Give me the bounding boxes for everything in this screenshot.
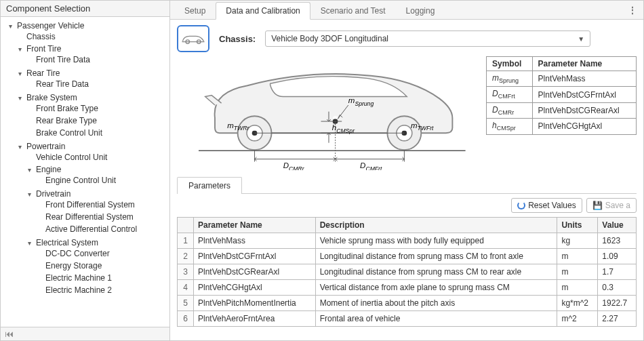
tree-node-engine-control-unit[interactable]: Engine Control Unit <box>37 174 169 186</box>
save-button[interactable]: 💾 Save a <box>586 198 637 213</box>
tree-node-dcdc[interactable]: DC-DC Converter <box>37 247 169 260</box>
tab-scenario-test[interactable]: Scenario and Test <box>310 2 396 19</box>
chassis-thumbnail-icon[interactable] <box>177 25 209 52</box>
tab-setup[interactable]: Setup <box>174 2 216 19</box>
col-description: Description <box>315 218 557 233</box>
dropdown-arrow-icon: ▼ <box>578 35 584 43</box>
tree-node-drivetrain[interactable]: ▾Drivetrain Front Differential System Re… <box>28 188 169 237</box>
tree-node-brake-control-unit[interactable]: Brake Control Unit <box>28 127 169 139</box>
reset-values-button[interactable]: Reset Values <box>511 198 582 213</box>
table-row[interactable]: 2PlntVehDstCGFrntAxlLongitudinal distanc… <box>178 249 637 264</box>
caret-down-icon[interactable]: ▾ <box>18 45 25 53</box>
tree-node-vehicle-control-unit[interactable]: Vehicle Control Unit <box>28 151 169 163</box>
tree-node-engine[interactable]: ▾Engine Engine Control Unit <box>28 163 169 188</box>
tree-node-front-diff[interactable]: Front Differential System <box>37 199 169 211</box>
legend-row: DCMRrPlntVehDstCGRearAxl <box>487 102 637 118</box>
more-options-icon[interactable]: ⋮ <box>622 5 643 15</box>
caret-down-icon[interactable]: ▾ <box>28 190 35 198</box>
col-value: Value <box>598 218 637 233</box>
caret-down-icon[interactable]: ▾ <box>28 239 35 247</box>
goto-start-icon[interactable]: ⏮ <box>5 329 14 339</box>
tree-node-powertrain[interactable]: ▾Powertrain Vehicle Control Unit ▾Engine… <box>18 140 169 299</box>
chassis-label: Chassis: <box>219 34 256 44</box>
tab-data-calibration[interactable]: Data and Calibration <box>216 2 310 20</box>
sidebar-title: Component Selection <box>1 1 169 17</box>
tree-node-em1[interactable]: Electric Machine 1 <box>37 272 169 284</box>
table-row[interactable]: 4PlntVehCGHgtAxlVertical distance from a… <box>178 280 637 296</box>
table-row[interactable]: 3PlntVehDstCGRearAxlLongitudinal distanc… <box>178 264 637 280</box>
refresh-icon <box>517 201 525 209</box>
chassis-dropdown[interactable]: Vehicle Body 3DOF Longitudinal ▼ <box>265 31 590 47</box>
tree-node-rear-brake-type[interactable]: Rear Brake Type <box>28 115 169 127</box>
legend-row: hCMSprPlntVehCGHgtAxl <box>487 119 637 134</box>
legend-row: DCMFrtPlntVehDstCGFrntAxl <box>487 87 637 102</box>
svg-text:DCMFrt: DCMFrt <box>360 161 382 170</box>
tree-node-chassis[interactable]: Chassis <box>18 31 169 43</box>
legend-header-symbol: Symbol <box>487 57 533 71</box>
component-selection-sidebar: Component Selection ▾Passenger Vehicle C… <box>1 1 170 340</box>
legend-header-param: Parameter Name <box>532 57 636 71</box>
caret-down-icon[interactable]: ▾ <box>18 70 25 77</box>
tree-node-em2[interactable]: Electric Machine 2 <box>37 284 169 296</box>
table-row[interactable]: 1PlntVehMassVehicle sprung mass with bod… <box>178 233 637 249</box>
tree-footer: ⏮ <box>1 327 169 340</box>
chassis-diagram: mSprung mTWRr mTWFrt hCMSpr DCMRr DCMFrt <box>177 56 481 172</box>
legend-row: mSprungPlntVehMass <box>487 71 637 87</box>
col-parameter-name: Parameter Name <box>194 218 316 233</box>
component-tree[interactable]: ▾Passenger Vehicle Chassis ▾Front Tire F… <box>1 17 169 327</box>
table-row[interactable]: 5PlntVehPitchMomentInertiaMoment of iner… <box>178 296 637 311</box>
symbol-legend-table: Symbol Parameter Name mSprungPlntVehMass… <box>486 56 637 135</box>
tree-node-electrical-system[interactable]: ▾Electrical System DC-DC Converter Energ… <box>28 237 169 298</box>
tree-node-front-tire-data[interactable]: Front Tire Data <box>28 54 169 66</box>
tree-node-front-brake-type[interactable]: Front Brake Type <box>28 102 169 115</box>
tree-node-energy-storage[interactable]: Energy Storage <box>37 260 169 272</box>
tree-node-active-diff[interactable]: Active Differential Control <box>37 223 169 235</box>
tab-parameters[interactable]: Parameters <box>177 177 242 194</box>
caret-down-icon[interactable]: ▾ <box>18 94 25 102</box>
tree-node-rear-tire[interactable]: ▾Rear Tire Rear Tire Data <box>18 67 169 92</box>
main-tabs: Setup Data and Calibration Scenario and … <box>170 1 643 20</box>
caret-down-icon[interactable]: ▾ <box>9 22 16 30</box>
tree-node-rear-tire-data[interactable]: Rear Tire Data <box>28 78 169 90</box>
caret-down-icon[interactable]: ▾ <box>18 143 25 151</box>
caret-down-icon[interactable]: ▾ <box>28 166 35 174</box>
tree-node-front-tire[interactable]: ▾Front Tire Front Tire Data <box>18 43 169 67</box>
save-icon: 💾 <box>592 201 603 210</box>
tree-node-passenger-vehicle[interactable]: ▾Passenger Vehicle Chassis ▾Front Tire F… <box>9 20 169 300</box>
col-units: Units <box>557 218 598 233</box>
parameters-table: Parameter Name Description Units Value 1… <box>177 217 637 327</box>
table-row[interactable]: 6PlntVehAeroFrntAreaFrontal area of vehi… <box>178 311 637 327</box>
chassis-selected-value: Vehicle Body 3DOF Longitudinal <box>271 34 388 43</box>
tree-node-rear-diff[interactable]: Rear Differential System <box>37 211 169 223</box>
tab-logging[interactable]: Logging <box>396 2 445 19</box>
tree-node-brake-system[interactable]: ▾Brake System Front Brake Type Rear Brak… <box>18 92 169 140</box>
svg-text:DCMRr: DCMRr <box>283 161 305 170</box>
